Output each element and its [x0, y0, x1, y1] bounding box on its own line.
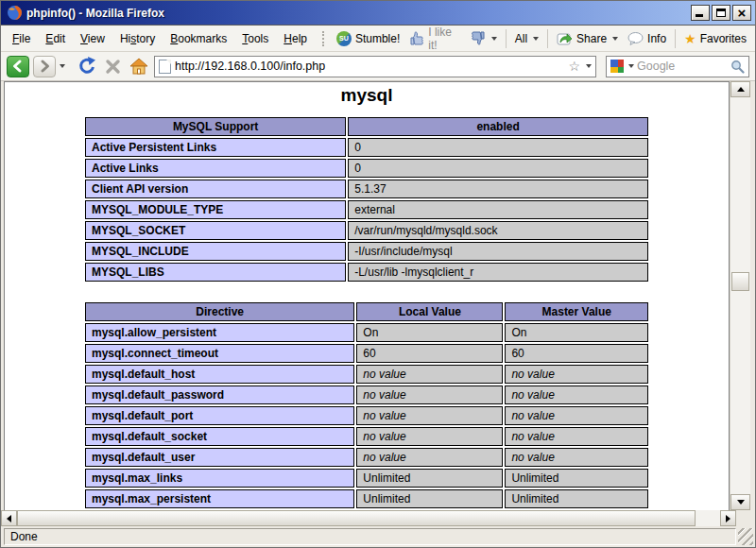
all-dropdown-icon: [533, 37, 539, 41]
reload-button[interactable]: [75, 56, 97, 77]
url-dropdown-icon[interactable]: [586, 64, 592, 68]
table-row: mysql.default_portno valueno value: [85, 406, 648, 425]
menu-accelerator: F: [12, 32, 19, 45]
close-button[interactable]: ×: [732, 5, 751, 21]
table-row: mysql.max_persistentUnlimitedUnlimited: [85, 489, 648, 508]
menu-help[interactable]: Help: [276, 29, 315, 48]
url-input[interactable]: http://192.168.0.100/info.php: [175, 60, 564, 73]
up-arrow-icon: [737, 87, 745, 92]
scroll-down-button[interactable]: [730, 494, 750, 510]
menu-accelerator: B: [170, 32, 178, 45]
page-title: mysql: [5, 85, 729, 106]
value-cell: -I/usr/include/mysql: [348, 242, 648, 261]
stop-button[interactable]: [101, 56, 124, 77]
google-engine-icon[interactable]: [610, 60, 624, 73]
value-cell: On: [356, 323, 503, 342]
vertical-scrollbar[interactable]: [730, 81, 750, 510]
bookmark-star-icon[interactable]: ☆: [568, 60, 580, 73]
menu-view[interactable]: View: [73, 29, 112, 48]
directive-name-cell: MYSQL_INCLUDE: [85, 242, 346, 261]
table-header-row: MySQL Supportenabled: [85, 117, 648, 136]
value-cell: 0: [348, 159, 648, 178]
like-button[interactable]: I like it!: [404, 24, 466, 54]
horizontal-scrollbar-thumb[interactable]: [17, 510, 696, 526]
value-cell: 0: [348, 138, 648, 157]
menu-bookmarks[interactable]: Bookmarks: [163, 29, 234, 48]
back-button[interactable]: [7, 56, 29, 77]
all-dropdown-button[interactable]: All: [510, 30, 543, 47]
menu-file[interactable]: File: [5, 29, 38, 48]
table-row: mysql.default_hostno valueno value: [85, 365, 648, 384]
menu-accelerator: s: [130, 32, 136, 45]
back-forward-dropdown-icon[interactable]: [60, 64, 65, 68]
home-icon: [129, 58, 148, 75]
value-cell: On: [505, 323, 648, 342]
home-button[interactable]: [128, 56, 150, 77]
vertical-scrollbar-track[interactable]: [730, 97, 750, 494]
scroll-up-button[interactable]: [730, 81, 750, 97]
menu-accelerator: E: [45, 32, 53, 45]
horizontal-scrollbar[interactable]: [1, 510, 736, 526]
directive-name-cell: mysql.default_password: [85, 385, 354, 404]
horizontal-scrollbar-row: [1, 510, 755, 526]
value-cell: no value: [505, 385, 648, 404]
down-arrow-icon: [737, 500, 745, 505]
search-engine-dropdown-icon[interactable]: [628, 64, 634, 68]
stumble-button[interactable]: SU Stumble!: [332, 29, 404, 48]
table-header-cell: Master Value: [505, 302, 648, 321]
toolbar-separator: [675, 29, 676, 48]
directive-name-cell: Active Persistent Links: [85, 138, 346, 157]
horizontal-scrollbar-track[interactable]: [696, 510, 720, 526]
left-arrow-icon: [7, 515, 11, 522]
table-row: MYSQL_SOCKET/var/run/mysqld/mysqld.sock: [85, 221, 648, 240]
menu-edit[interactable]: Edit: [38, 29, 73, 48]
search-box[interactable]: Google: [606, 56, 749, 77]
value-cell: Unlimited: [356, 469, 503, 488]
scrollbar-corner: [736, 510, 755, 526]
info-button[interactable]: Info: [623, 30, 671, 47]
menu-accelerator: V: [80, 32, 88, 45]
search-magnifier-icon[interactable]: [730, 60, 745, 74]
value-cell: Unlimited: [505, 489, 648, 508]
firefox-icon: [7, 5, 23, 21]
value-cell: Unlimited: [505, 469, 648, 488]
table-header-row: DirectiveLocal ValueMaster Value: [85, 302, 648, 321]
table-row: mysql.default_userno valueno value: [85, 448, 648, 467]
firefox-window: phpinfo() - Mozilla Firefox × FileEditVi…: [0, 0, 756, 548]
favorites-button[interactable]: ★ Favorites: [679, 30, 751, 47]
window-title: phpinfo() - Mozilla Firefox: [26, 7, 691, 20]
menu-accelerator: T: [242, 32, 248, 45]
scroll-left-button[interactable]: [1, 510, 17, 526]
directive-name-cell: mysql.default_port: [85, 406, 354, 425]
forward-arrow-icon: [43, 61, 48, 71]
like-label: I like it!: [428, 26, 461, 52]
stumbleupon-icon: SU: [336, 31, 352, 46]
page-icon: [159, 60, 171, 74]
title-bar[interactable]: phpinfo() - Mozilla Firefox ×: [1, 1, 755, 26]
value-cell: no value: [356, 385, 503, 404]
directive-name-cell: mysql.connect_timeout: [85, 344, 354, 363]
directive-name-cell: mysql.allow_persistent: [85, 323, 354, 342]
menu-tools[interactable]: Tools: [234, 29, 276, 48]
minimize-icon: [696, 14, 703, 17]
share-label: Share: [576, 32, 607, 45]
vertical-scrollbar-thumb[interactable]: [731, 272, 749, 291]
menu-history[interactable]: History: [112, 29, 163, 48]
search-input[interactable]: Google: [637, 60, 728, 73]
value-cell: 60: [505, 344, 648, 363]
forward-button[interactable]: [33, 56, 56, 77]
address-bar[interactable]: http://192.168.0.100/info.php ☆: [154, 56, 596, 77]
share-button[interactable]: Share: [552, 29, 623, 47]
scroll-right-button[interactable]: [720, 510, 736, 526]
info-bubble-icon: [627, 32, 644, 45]
menu-items: FileEditViewHistoryBookmarksToolsHelp: [5, 29, 315, 48]
toolbar-separator: [547, 29, 548, 48]
maximize-button[interactable]: [712, 5, 730, 21]
directive-name-cell: mysql.max_links: [85, 469, 354, 488]
thumbs-up-icon: [409, 31, 424, 45]
toolbar-grippy[interactable]: [322, 31, 326, 46]
resize-grip[interactable]: [738, 528, 753, 545]
minimize-button[interactable]: [691, 5, 710, 21]
dislike-button[interactable]: [466, 29, 502, 47]
browser-content-area: mysql MySQL SupportenabledActive Persist…: [1, 81, 755, 510]
